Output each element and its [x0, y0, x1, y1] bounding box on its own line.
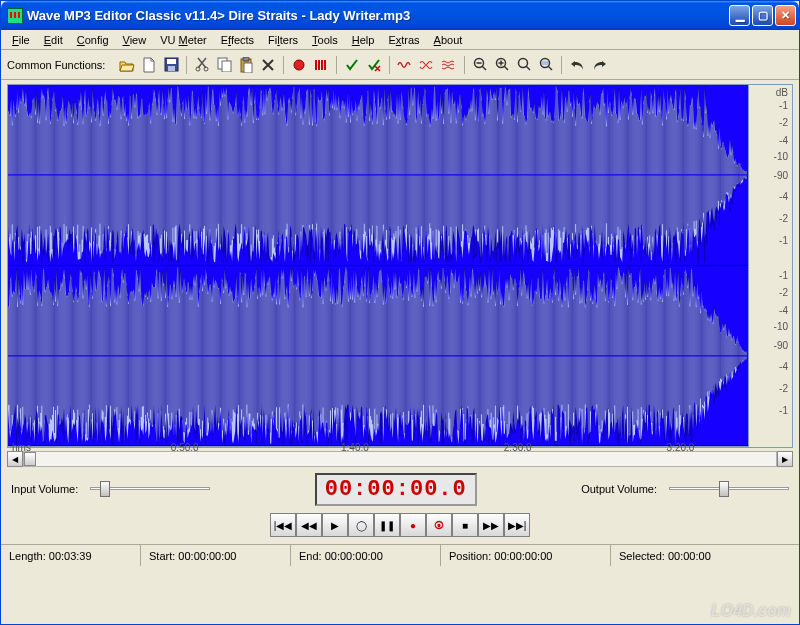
status-start: Start: 00:00:00:00 [141, 545, 291, 566]
window-title: Wave MP3 Editor Classic v11.4> Dire Stra… [27, 8, 729, 23]
app-window: Wave MP3 Editor Classic v11.4> Dire Stra… [0, 0, 800, 625]
copy-button[interactable] [214, 55, 234, 75]
new-button[interactable] [139, 55, 159, 75]
menubar: File Edit Config View VU Meter Effects F… [1, 30, 799, 50]
menu-file[interactable]: File [5, 32, 37, 48]
scroll-left-button[interactable]: ◀ [7, 451, 23, 467]
input-volume-slider[interactable] [90, 479, 210, 499]
menu-extras[interactable]: Extras [381, 32, 426, 48]
output-volume-handle[interactable] [719, 481, 729, 497]
record-play-button[interactable]: ● [400, 513, 426, 537]
output-volume-label: Output Volume: [581, 483, 657, 495]
wave3-button[interactable] [439, 55, 459, 75]
waveform-area: hms 0:50.0 1:40.0 2:30.0 3:20.0 dB -1 -2… [1, 80, 799, 450]
svg-rect-15 [542, 61, 548, 65]
redo-button[interactable] [589, 55, 609, 75]
playback-controls: |◀◀ ◀◀ ▶ ◯ ❚❚ ● ⦿ ■ ▶▶ ▶▶| [1, 510, 799, 544]
titlebar[interactable]: Wave MP3 Editor Classic v11.4> Dire Stra… [1, 1, 799, 30]
undo-button[interactable] [567, 55, 587, 75]
menu-effects[interactable]: Effects [214, 32, 261, 48]
zoomout-button[interactable] [470, 55, 490, 75]
app-icon [7, 8, 23, 24]
stop-button[interactable]: ■ [452, 513, 478, 537]
menu-config[interactable]: Config [70, 32, 116, 48]
input-volume-label: Input Volume: [11, 483, 78, 495]
controls-row: Input Volume: 00:00:00.0 Output Volume: [1, 468, 799, 510]
save-button[interactable] [161, 55, 181, 75]
scroll-right-button[interactable]: ▶ [777, 451, 793, 467]
menu-edit[interactable]: Edit [37, 32, 70, 48]
svg-rect-1 [167, 59, 176, 64]
statusbar: Length: 00:03:39 Start: 00:00:00:00 End:… [1, 544, 799, 566]
record-loop-button[interactable]: ⦿ [426, 513, 452, 537]
forward-button[interactable]: ▶▶ [478, 513, 504, 537]
toolbar: Common Functions: [1, 50, 799, 80]
scroll-thumb[interactable] [24, 452, 36, 466]
maximize-button[interactable]: ▢ [752, 5, 773, 26]
minimize-button[interactable]: ▁ [729, 5, 750, 26]
wave2-button[interactable] [417, 55, 437, 75]
horizontal-scrollbar[interactable]: ◀ ▶ [7, 450, 793, 468]
status-position: Position: 00:00:00:00 [441, 545, 611, 566]
output-volume-slider[interactable] [669, 479, 789, 499]
check-button[interactable] [342, 55, 362, 75]
first-button[interactable]: |◀◀ [270, 513, 296, 537]
time-scale: hms 0:50.0 1:40.0 2:30.0 3:20.0 [8, 446, 748, 447]
status-end: End: 00:00:00:00 [291, 545, 441, 566]
stop-rec-button[interactable]: ◯ [348, 513, 374, 537]
time-display: 00:00:00.0 [315, 473, 477, 506]
menu-about[interactable]: About [427, 32, 470, 48]
menu-filters[interactable]: Filters [261, 32, 305, 48]
zoomin-button[interactable] [492, 55, 512, 75]
delete-button[interactable] [258, 55, 278, 75]
status-selected: Selected: 00:00:00 [611, 545, 799, 566]
close-button[interactable]: ✕ [775, 5, 796, 26]
pause-button[interactable]: ❚❚ [374, 513, 400, 537]
menu-tools[interactable]: Tools [305, 32, 345, 48]
play-button[interactable]: ▶ [322, 513, 348, 537]
menu-vumeter[interactable]: VU Meter [153, 32, 213, 48]
marker-button[interactable] [311, 55, 331, 75]
waveform-canvas[interactable]: hms 0:50.0 1:40.0 2:30.0 3:20.0 [7, 84, 749, 448]
zoomfit-button[interactable] [514, 55, 534, 75]
svg-rect-2 [168, 66, 175, 71]
svg-rect-9 [244, 63, 252, 73]
checkx-button[interactable] [364, 55, 384, 75]
rewind-button[interactable]: ◀◀ [296, 513, 322, 537]
last-button[interactable]: ▶▶| [504, 513, 530, 537]
svg-rect-8 [243, 57, 249, 61]
db-scale: dB -1 -2 -4 -10 -90 -4 -2 -1 -1 -2 -4 -1… [749, 84, 793, 448]
channel-right[interactable] [8, 266, 748, 447]
menu-view[interactable]: View [116, 32, 154, 48]
paste-button[interactable] [236, 55, 256, 75]
input-volume-handle[interactable] [100, 481, 110, 497]
wave1-button[interactable] [395, 55, 415, 75]
status-length: Length: 00:03:39 [1, 545, 141, 566]
menu-help[interactable]: Help [345, 32, 382, 48]
watermark: LO4D.com [711, 602, 791, 620]
zoomsel-button[interactable] [536, 55, 556, 75]
cut-button[interactable] [192, 55, 212, 75]
record-button[interactable] [289, 55, 309, 75]
svg-point-10 [294, 60, 304, 70]
open-button[interactable] [117, 55, 137, 75]
svg-rect-6 [222, 61, 231, 72]
channel-left[interactable] [8, 85, 748, 266]
toolbar-label: Common Functions: [7, 59, 105, 71]
